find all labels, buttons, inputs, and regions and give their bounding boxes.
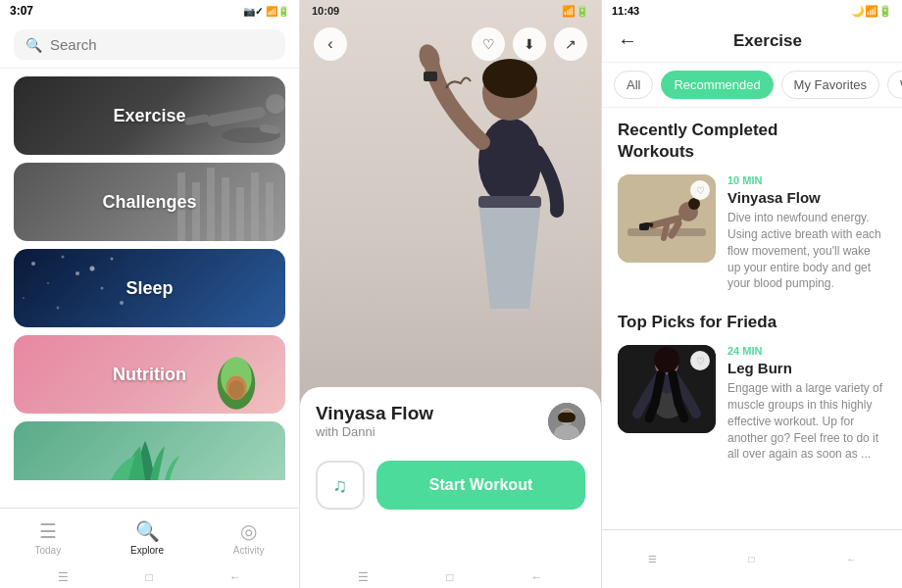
sys-icon-p2-2: □ [446, 570, 453, 584]
svg-point-14 [90, 267, 95, 271]
search-icon: 🔍 [25, 37, 42, 53]
vinyasa-desc: Dive into newfound energy. Using active … [727, 210, 886, 292]
svg-rect-4 [259, 123, 279, 134]
p3-nav-explore[interactable]: □ [748, 554, 754, 564]
exercise-content: Recently CompletedWorkouts [602, 108, 902, 529]
workout-card-legburn[interactable]: ♡ 24 MIN Leg Burn Engage with a large va… [618, 345, 886, 463]
svg-point-12 [31, 262, 35, 266]
svg-point-26 [478, 118, 541, 206]
bottom-nav: ☰ Today 🔍 Explore ◎ Activity [0, 508, 299, 566]
workout-action-buttons: ♫ Start Workout [316, 461, 585, 510]
download-button[interactable]: ⬇ [513, 27, 546, 61]
p3-nav-activity[interactable]: ← [846, 554, 856, 564]
category-label-sleep: Sleep [125, 278, 173, 299]
p3-activity-icon: ← [846, 554, 856, 564]
svg-point-19 [23, 297, 25, 299]
panel-exercise: 11:43 🌙📶🔋 ← Exercise All Recommended My … [602, 0, 902, 588]
back-button[interactable]: ‹ [314, 27, 347, 61]
category-nutrition[interactable]: Nutrition [14, 335, 285, 414]
svg-rect-31 [424, 72, 437, 81]
svg-point-16 [47, 282, 49, 284]
sys-icon-1: ☰ [58, 570, 69, 584]
filter-tabs: All Recommended My Favorites Workout [602, 63, 902, 108]
vinyasa-thumbnail: ♡ [618, 174, 716, 263]
svg-point-28 [482, 59, 537, 98]
svg-rect-9 [236, 187, 244, 241]
tab-all[interactable]: All [614, 71, 653, 99]
workout-title: Vinyasa Flow [316, 403, 433, 424]
nav-activity[interactable]: ◎ Activity [233, 519, 265, 556]
music-button[interactable]: ♫ [316, 461, 365, 510]
share-button[interactable]: ↗ [554, 27, 587, 61]
nav-explore[interactable]: 🔍 Explore [130, 519, 164, 556]
legburn-duration: 24 MIN [727, 345, 886, 357]
bottom-nav-p3: ☰ □ ← [602, 529, 902, 588]
category-last[interactable] [14, 421, 285, 500]
status-icons-p1: 📷✓ 📶🔋 [243, 6, 289, 17]
legburn-thumbnail: ♡ [618, 345, 716, 433]
explore-icon: 🔍 [135, 519, 160, 543]
time-p1: 3:07 [10, 4, 33, 18]
category-sleep[interactable]: Sleep [14, 249, 285, 327]
svg-point-25 [228, 380, 244, 399]
music-icon: ♫ [333, 474, 348, 497]
svg-point-13 [62, 256, 65, 259]
svg-rect-7 [207, 168, 215, 241]
start-workout-button[interactable]: Start Workout [376, 461, 585, 510]
tab-favorites[interactable]: My Favorites [781, 71, 879, 99]
svg-rect-30 [478, 196, 541, 208]
activity-icon: ◎ [240, 519, 257, 543]
download-icon: ⬇ [524, 36, 535, 52]
workout-instructor: with Danni [316, 424, 433, 439]
exercise-header-title: Exercise [649, 31, 886, 51]
svg-point-40 [688, 198, 700, 210]
time-p2: 10:09 [312, 5, 339, 17]
heart-button[interactable]: ♡ [472, 27, 505, 61]
vinyasa-duration: 10 MIN [727, 174, 886, 186]
p3-nav-today[interactable]: ☰ [648, 554, 657, 564]
exercise-back-button[interactable]: ← [618, 29, 637, 52]
svg-rect-36 [558, 413, 576, 422]
svg-rect-11 [266, 182, 274, 241]
category-exercise[interactable]: Exercise [14, 76, 285, 155]
instructor-avatar [548, 403, 585, 440]
category-label-challenges: Challenges [102, 192, 196, 213]
svg-rect-10 [251, 172, 259, 241]
workout-info-card: Vinyasa Flow with Danni ♫ Start Workout [300, 387, 601, 566]
vinyasa-title: Vinyasa Flow [727, 189, 886, 206]
workout-image: ‹ ♡ ⬇ ↗ [300, 0, 601, 407]
p3-explore-icon: □ [748, 554, 754, 564]
nav-today[interactable]: ☰ Today [34, 519, 61, 556]
category-challenges[interactable]: Challenges [14, 163, 285, 241]
panel-home: 3:07 📷✓ 📶🔋 🔍 Exercise [0, 0, 300, 588]
sys-icon-p2-1: ☰ [358, 570, 369, 584]
legburn-desc: Engage with a large variety of muscle gr… [727, 380, 886, 463]
workout-card-vinyasa[interactable]: ♡ 10 MIN Vinyasa Flow Dive into newfound… [618, 174, 886, 292]
tab-recommended[interactable]: Recommended [661, 71, 773, 99]
svg-point-15 [111, 258, 114, 261]
panel-workout: 10:09 📶🔋 [300, 0, 602, 588]
search-input[interactable] [50, 36, 274, 53]
status-bar-p3: 11:43 🌙📶🔋 [602, 0, 902, 22]
exercise-header: ← Exercise [602, 22, 902, 63]
svg-point-20 [120, 301, 124, 305]
info-row: Vinyasa Flow with Danni [316, 403, 585, 453]
search-bar[interactable]: 🔍 [0, 22, 299, 69]
tab-workout[interactable]: Workout [887, 71, 902, 99]
vinyasa-info: 10 MIN Vinyasa Flow Dive into newfound e… [727, 174, 886, 292]
time-p3: 11:43 [612, 5, 639, 17]
svg-rect-8 [222, 177, 229, 241]
nav-explore-label: Explore [130, 545, 164, 556]
start-workout-label: Start Workout [429, 476, 532, 494]
legburn-info: 24 MIN Leg Burn Engage with a large vari… [727, 345, 886, 463]
share-icon: ↗ [565, 36, 576, 52]
heart-icon: ♡ [482, 36, 495, 52]
sys-icon-2: □ [145, 570, 152, 584]
svg-point-44 [654, 347, 679, 372]
nav-today-label: Today [34, 545, 61, 556]
svg-point-18 [101, 287, 104, 290]
top-picks-title: Top Picks for Frieda [618, 312, 886, 333]
category-label-exercise: Exercise [113, 106, 185, 126]
nav-activity-label: Activity [233, 545, 265, 556]
svg-point-2 [266, 94, 285, 114]
